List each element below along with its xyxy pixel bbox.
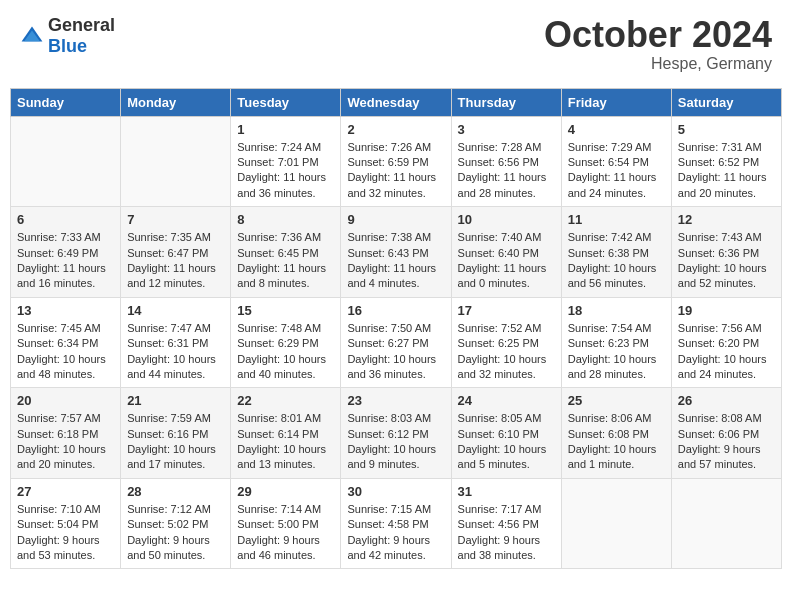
calendar-cell: 27Sunrise: 7:10 AM Sunset: 5:04 PM Dayli… (11, 478, 121, 569)
calendar-cell: 11Sunrise: 7:42 AM Sunset: 6:38 PM Dayli… (561, 207, 671, 298)
day-info: Sunrise: 7:47 AM Sunset: 6:31 PM Dayligh… (127, 321, 224, 383)
day-header-thursday: Thursday (451, 88, 561, 116)
calendar-cell: 17Sunrise: 7:52 AM Sunset: 6:25 PM Dayli… (451, 297, 561, 388)
calendar-cell: 19Sunrise: 7:56 AM Sunset: 6:20 PM Dayli… (671, 297, 781, 388)
day-number: 28 (127, 484, 224, 499)
calendar-header-row: SundayMondayTuesdayWednesdayThursdayFrid… (11, 88, 782, 116)
day-number: 5 (678, 122, 775, 137)
day-info: Sunrise: 7:33 AM Sunset: 6:49 PM Dayligh… (17, 230, 114, 292)
day-number: 13 (17, 303, 114, 318)
calendar-week-row: 6Sunrise: 7:33 AM Sunset: 6:49 PM Daylig… (11, 207, 782, 298)
day-info: Sunrise: 7:42 AM Sunset: 6:38 PM Dayligh… (568, 230, 665, 292)
calendar-cell: 26Sunrise: 8:08 AM Sunset: 6:06 PM Dayli… (671, 388, 781, 479)
calendar-cell: 13Sunrise: 7:45 AM Sunset: 6:34 PM Dayli… (11, 297, 121, 388)
day-number: 18 (568, 303, 665, 318)
calendar-cell: 16Sunrise: 7:50 AM Sunset: 6:27 PM Dayli… (341, 297, 451, 388)
calendar-cell: 30Sunrise: 7:15 AM Sunset: 4:58 PM Dayli… (341, 478, 451, 569)
day-number: 1 (237, 122, 334, 137)
logo: General Blue (20, 15, 115, 57)
calendar-cell: 1Sunrise: 7:24 AM Sunset: 7:01 PM Daylig… (231, 116, 341, 207)
calendar-cell (121, 116, 231, 207)
calendar-cell: 7Sunrise: 7:35 AM Sunset: 6:47 PM Daylig… (121, 207, 231, 298)
calendar-cell: 8Sunrise: 7:36 AM Sunset: 6:45 PM Daylig… (231, 207, 341, 298)
day-info: Sunrise: 7:48 AM Sunset: 6:29 PM Dayligh… (237, 321, 334, 383)
day-number: 10 (458, 212, 555, 227)
month-title: October 2024 (544, 15, 772, 55)
day-number: 6 (17, 212, 114, 227)
day-info: Sunrise: 8:06 AM Sunset: 6:08 PM Dayligh… (568, 411, 665, 473)
calendar-cell: 24Sunrise: 8:05 AM Sunset: 6:10 PM Dayli… (451, 388, 561, 479)
day-info: Sunrise: 8:03 AM Sunset: 6:12 PM Dayligh… (347, 411, 444, 473)
calendar-week-row: 20Sunrise: 7:57 AM Sunset: 6:18 PM Dayli… (11, 388, 782, 479)
calendar-cell: 28Sunrise: 7:12 AM Sunset: 5:02 PM Dayli… (121, 478, 231, 569)
calendar-cell: 18Sunrise: 7:54 AM Sunset: 6:23 PM Dayli… (561, 297, 671, 388)
calendar-cell: 6Sunrise: 7:33 AM Sunset: 6:49 PM Daylig… (11, 207, 121, 298)
calendar-cell: 12Sunrise: 7:43 AM Sunset: 6:36 PM Dayli… (671, 207, 781, 298)
day-info: Sunrise: 7:14 AM Sunset: 5:00 PM Dayligh… (237, 502, 334, 564)
day-number: 20 (17, 393, 114, 408)
day-number: 17 (458, 303, 555, 318)
day-info: Sunrise: 8:08 AM Sunset: 6:06 PM Dayligh… (678, 411, 775, 473)
day-info: Sunrise: 7:26 AM Sunset: 6:59 PM Dayligh… (347, 140, 444, 202)
day-number: 25 (568, 393, 665, 408)
day-header-sunday: Sunday (11, 88, 121, 116)
day-header-friday: Friday (561, 88, 671, 116)
calendar-cell: 14Sunrise: 7:47 AM Sunset: 6:31 PM Dayli… (121, 297, 231, 388)
day-info: Sunrise: 7:15 AM Sunset: 4:58 PM Dayligh… (347, 502, 444, 564)
day-info: Sunrise: 7:43 AM Sunset: 6:36 PM Dayligh… (678, 230, 775, 292)
day-info: Sunrise: 7:38 AM Sunset: 6:43 PM Dayligh… (347, 230, 444, 292)
day-number: 26 (678, 393, 775, 408)
calendar-cell (561, 478, 671, 569)
day-info: Sunrise: 7:31 AM Sunset: 6:52 PM Dayligh… (678, 140, 775, 202)
day-info: Sunrise: 7:35 AM Sunset: 6:47 PM Dayligh… (127, 230, 224, 292)
calendar-cell: 25Sunrise: 8:06 AM Sunset: 6:08 PM Dayli… (561, 388, 671, 479)
day-number: 22 (237, 393, 334, 408)
calendar-cell (11, 116, 121, 207)
calendar-table: SundayMondayTuesdayWednesdayThursdayFrid… (10, 88, 782, 570)
calendar-cell: 5Sunrise: 7:31 AM Sunset: 6:52 PM Daylig… (671, 116, 781, 207)
day-header-tuesday: Tuesday (231, 88, 341, 116)
day-number: 23 (347, 393, 444, 408)
day-number: 9 (347, 212, 444, 227)
calendar-week-row: 27Sunrise: 7:10 AM Sunset: 5:04 PM Dayli… (11, 478, 782, 569)
calendar-cell: 29Sunrise: 7:14 AM Sunset: 5:00 PM Dayli… (231, 478, 341, 569)
day-info: Sunrise: 8:01 AM Sunset: 6:14 PM Dayligh… (237, 411, 334, 473)
calendar-cell: 21Sunrise: 7:59 AM Sunset: 6:16 PM Dayli… (121, 388, 231, 479)
calendar-week-row: 13Sunrise: 7:45 AM Sunset: 6:34 PM Dayli… (11, 297, 782, 388)
day-info: Sunrise: 7:28 AM Sunset: 6:56 PM Dayligh… (458, 140, 555, 202)
calendar-cell: 23Sunrise: 8:03 AM Sunset: 6:12 PM Dayli… (341, 388, 451, 479)
day-number: 3 (458, 122, 555, 137)
day-info: Sunrise: 7:52 AM Sunset: 6:25 PM Dayligh… (458, 321, 555, 383)
calendar-cell: 3Sunrise: 7:28 AM Sunset: 6:56 PM Daylig… (451, 116, 561, 207)
day-info: Sunrise: 7:59 AM Sunset: 6:16 PM Dayligh… (127, 411, 224, 473)
calendar-cell: 31Sunrise: 7:17 AM Sunset: 4:56 PM Dayli… (451, 478, 561, 569)
day-info: Sunrise: 7:54 AM Sunset: 6:23 PM Dayligh… (568, 321, 665, 383)
day-number: 19 (678, 303, 775, 318)
day-header-monday: Monday (121, 88, 231, 116)
calendar-cell: 20Sunrise: 7:57 AM Sunset: 6:18 PM Dayli… (11, 388, 121, 479)
day-info: Sunrise: 8:05 AM Sunset: 6:10 PM Dayligh… (458, 411, 555, 473)
day-info: Sunrise: 7:12 AM Sunset: 5:02 PM Dayligh… (127, 502, 224, 564)
day-number: 30 (347, 484, 444, 499)
day-number: 27 (17, 484, 114, 499)
day-info: Sunrise: 7:45 AM Sunset: 6:34 PM Dayligh… (17, 321, 114, 383)
calendar-cell: 2Sunrise: 7:26 AM Sunset: 6:59 PM Daylig… (341, 116, 451, 207)
day-number: 31 (458, 484, 555, 499)
day-number: 12 (678, 212, 775, 227)
day-header-saturday: Saturday (671, 88, 781, 116)
day-header-wednesday: Wednesday (341, 88, 451, 116)
calendar-cell: 15Sunrise: 7:48 AM Sunset: 6:29 PM Dayli… (231, 297, 341, 388)
day-number: 16 (347, 303, 444, 318)
day-info: Sunrise: 7:17 AM Sunset: 4:56 PM Dayligh… (458, 502, 555, 564)
day-number: 2 (347, 122, 444, 137)
day-number: 24 (458, 393, 555, 408)
day-number: 14 (127, 303, 224, 318)
calendar-cell: 4Sunrise: 7:29 AM Sunset: 6:54 PM Daylig… (561, 116, 671, 207)
day-info: Sunrise: 7:56 AM Sunset: 6:20 PM Dayligh… (678, 321, 775, 383)
day-info: Sunrise: 7:36 AM Sunset: 6:45 PM Dayligh… (237, 230, 334, 292)
day-info: Sunrise: 7:50 AM Sunset: 6:27 PM Dayligh… (347, 321, 444, 383)
calendar-cell: 22Sunrise: 8:01 AM Sunset: 6:14 PM Dayli… (231, 388, 341, 479)
calendar-cell: 10Sunrise: 7:40 AM Sunset: 6:40 PM Dayli… (451, 207, 561, 298)
calendar-week-row: 1Sunrise: 7:24 AM Sunset: 7:01 PM Daylig… (11, 116, 782, 207)
page-header: General Blue October 2024 Hespe, Germany (10, 10, 782, 78)
